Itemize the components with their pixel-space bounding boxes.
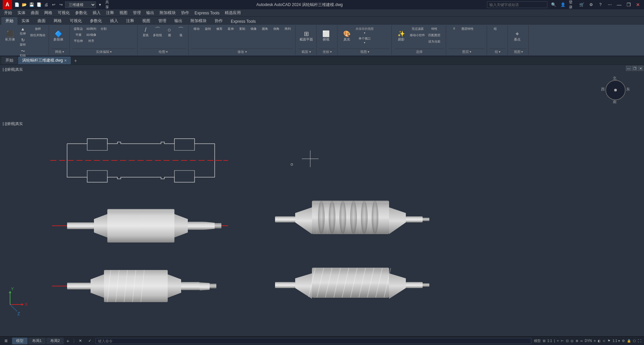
btn-extract-edge[interactable]: 提取边 [72, 26, 84, 32]
btn-line[interactable]: /直线 [140, 26, 151, 38]
btn-flat-extrude[interactable]: 平拉伸 [72, 38, 84, 44]
expand-icon[interactable]: ⋯ [606, 1, 613, 8]
tab-layout2[interactable]: 布局2 [46, 338, 64, 344]
tab-manage[interactable]: 管理 [154, 17, 170, 25]
btn-single-viewport[interactable]: 单个视口 ▾ [354, 36, 375, 45]
tab-layout-add[interactable]: + [64, 338, 71, 344]
saveas-btn[interactable]: 📑 [36, 1, 42, 8]
btn-fillet[interactable]: 圆角 [260, 26, 270, 32]
tab-drawing-close[interactable]: ✕ [64, 59, 67, 62]
btn-properties[interactable]: 特性 [427, 26, 442, 32]
new-btn[interactable]: 📄 [13, 1, 20, 8]
customize-btn[interactable]: ▾ [97, 1, 103, 8]
status-fullscreen[interactable]: ⛶ [638, 339, 641, 343]
menu-collab[interactable]: 协作 [178, 9, 192, 16]
menu-visual[interactable]: 可视化 [55, 9, 72, 16]
cart-icon[interactable]: 🛒 [578, 1, 585, 8]
login-btn[interactable]: 登录 [569, 1, 576, 8]
status-lw[interactable]: ≡ [594, 339, 596, 343]
tab-collab[interactable]: 协作 [211, 17, 227, 25]
menu-featured[interactable]: 精选应用 [222, 9, 244, 16]
status-scale[interactable]: 1:1 [547, 339, 552, 343]
status-ortho[interactable]: ⊢ [561, 339, 564, 343]
command-input[interactable] [96, 338, 531, 344]
menu-surface[interactable]: 曲面 [28, 9, 42, 16]
undo-icon[interactable]: ↩ [50, 1, 57, 8]
btn-match-prop[interactable]: 匹配图层 [427, 32, 442, 38]
btn-3d-mirror[interactable]: 3D镜像 [85, 32, 98, 38]
status-anno-monitor[interactable]: ⚑ [607, 339, 610, 343]
status-otrack[interactable]: ∞ [580, 339, 583, 343]
tab-kaishi[interactable]: 开始 [1, 17, 17, 25]
btn-group[interactable]: 组 [490, 26, 500, 32]
status-annotation-scale[interactable]: 1:1 ▾ [612, 339, 620, 343]
restore-button[interactable]: ❐ [625, 1, 632, 8]
btn-layer-control[interactable]: 0 [449, 26, 460, 31]
tab-layout1[interactable]: 布局1 [28, 338, 46, 344]
user-icon[interactable]: 👤 [559, 1, 566, 8]
btn-loft[interactable]: 放样 [29, 26, 47, 32]
btn-section-plane[interactable]: ⊞ 截面平面 [298, 26, 314, 46]
btn-extrude[interactable]: ▲拉伸 [17, 26, 28, 37]
btn-polysolid[interactable]: 🔷 多段体 [52, 26, 65, 46]
btn-copy[interactable]: 复制 [237, 26, 248, 32]
btn-saved-views[interactable]: 未保存的视图 ▾ [354, 26, 375, 35]
status-zoom-in[interactable]: + [557, 339, 559, 343]
cmd-cancel-btn[interactable]: ✕ [77, 338, 84, 344]
menu-output[interactable]: 输出 [144, 9, 157, 16]
tab-start[interactable]: 开始 [1, 57, 17, 64]
workspace-dropdown[interactable]: 三维建模 [65, 1, 96, 8]
status-menu-btn[interactable]: ≡ [3, 338, 9, 344]
btn-layer-props[interactable]: 图层特性 [460, 26, 475, 32]
btn-circle[interactable]: ○圆 [164, 26, 175, 38]
btn-mirror[interactable]: 镜像 [248, 26, 259, 32]
btn-extend[interactable]: 延伸 [225, 26, 236, 32]
tab-output[interactable]: 输出 [170, 17, 186, 25]
btn-rotate[interactable]: 旋转 [203, 26, 213, 32]
search-input[interactable] [487, 1, 547, 8]
menu-annotate[interactable]: 注释 [103, 9, 117, 16]
tab-view[interactable]: 视图 [138, 17, 154, 25]
btn-top-view[interactable]: ⬜ 俯视 [319, 26, 333, 46]
btn-no-filter[interactable]: 无过滤器 [409, 26, 426, 32]
menu-addons[interactable]: 附加模块 [157, 9, 178, 16]
btn-gizmo[interactable]: 移动小控件 [409, 32, 426, 38]
menu-view[interactable]: 视图 [117, 9, 130, 16]
status-dyn[interactable]: DYN [585, 339, 592, 343]
btn-align[interactable]: 对齐 [85, 38, 98, 44]
viewport-close[interactable]: ✕ [638, 66, 643, 71]
close-button[interactable]: ✕ [635, 1, 641, 8]
btn-arc[interactable]: ⌒弧 [175, 26, 186, 38]
status-lock[interactable]: 🔒 [627, 339, 631, 343]
status-polar[interactable]: ◎ [571, 339, 574, 343]
status-selection-cycle[interactable]: ⊂ [603, 339, 605, 343]
btn-quick-select[interactable]: ✨ 易影 [394, 26, 408, 46]
app-button[interactable]: A [3, 0, 12, 9]
tab-insert[interactable]: 插入 [106, 17, 122, 25]
share-btn[interactable]: 共享 [105, 1, 112, 8]
print-btn[interactable]: 🖨 [43, 1, 50, 8]
redo-icon[interactable]: ↪ [58, 1, 64, 8]
viewport-restore[interactable]: ❐ [632, 66, 637, 71]
tab-surface[interactable]: 曲面 [34, 17, 50, 25]
tab-mesh[interactable]: 网格 [50, 17, 66, 25]
btn-flatten[interactable]: 平展 [72, 32, 84, 38]
minimize-button[interactable]: — [616, 1, 623, 8]
tab-model[interactable]: 模型 [12, 338, 28, 344]
btn-polyline[interactable]: ⌒多段线 [152, 26, 163, 38]
tab-addons[interactable]: 附加模块 [186, 17, 211, 25]
drawing-area[interactable]: — ❐ ✕ 北 南 东 西 [0, 65, 644, 336]
viewport-minimize[interactable]: — [626, 66, 631, 71]
menu-kaishi[interactable]: 开始 [1, 9, 15, 16]
btn-split[interactable]: 分割 [98, 26, 109, 32]
menu-insert[interactable]: 插入 [90, 9, 103, 16]
status-hardware[interactable]: ⬡ [633, 339, 636, 343]
tab-visual[interactable]: 可视化 [66, 17, 86, 25]
help-icon[interactable]: ? [597, 1, 604, 8]
tab-express[interactable]: Express Tools [227, 18, 260, 25]
menu-manage[interactable]: 管理 [130, 9, 144, 16]
save-btn[interactable]: 💾 [28, 1, 35, 8]
btn-set-current[interactable]: 设为当前 [427, 39, 442, 45]
btn-cuboid[interactable]: ⬛ 长方体 [3, 26, 17, 46]
menu-param[interactable]: 参数化 [72, 9, 90, 16]
